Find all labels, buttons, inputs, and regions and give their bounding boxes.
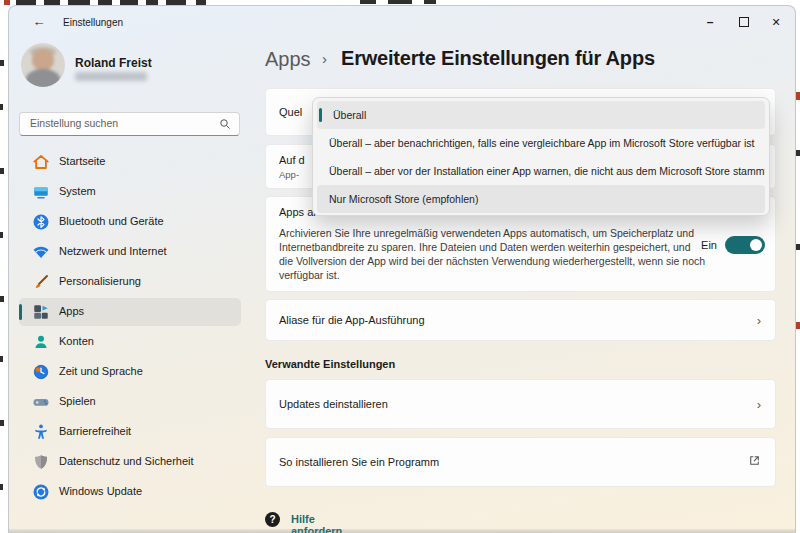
help-icon: ? (265, 512, 280, 527)
avatar[interactable] (21, 43, 65, 87)
archive-apps-toggle[interactable] (725, 236, 765, 254)
how-to-install-title: So installieren Sie ein Programm (279, 456, 439, 468)
profile-email-redacted (75, 72, 147, 81)
sidebar-item-windows-update[interactable]: Windows Update (19, 478, 241, 506)
toggle-state-label: Ein (701, 239, 717, 251)
breadcrumb-separator-icon: › (322, 50, 327, 67)
toggle-knob (750, 239, 762, 251)
search-placeholder: Einstellung suchen (30, 117, 118, 129)
sidebar-item-barrierefreiheit[interactable]: Barrierefreiheit (19, 418, 241, 446)
search-icon (219, 118, 231, 130)
share-devices-title: Auf d (279, 154, 305, 166)
selected-accent-bar (19, 304, 22, 320)
uninstall-updates-card[interactable]: Updates deinstallieren › (265, 379, 776, 429)
settings-window: ← Einstellungen – ✕ Roland Freist Einste… (8, 5, 796, 533)
annotation-highlight-box (294, 179, 492, 213)
chevron-right-icon: › (757, 397, 761, 412)
archive-apps-description: Archivieren Sie Ihre unregelmäßig verwen… (279, 227, 707, 283)
update-icon (32, 483, 50, 501)
back-button[interactable]: ← (27, 12, 51, 32)
apps-icon (32, 303, 50, 321)
close-button[interactable]: ✕ (759, 10, 793, 34)
sidebar-item-datenschutz[interactable]: Datenschutz und Sicherheit (19, 448, 241, 476)
sidebar-item-bluetooth[interactable]: Bluetooth und Geräte (19, 208, 241, 236)
home-icon (32, 153, 50, 171)
sidebar-item-spielen[interactable]: Spielen (19, 388, 241, 416)
external-link-icon (748, 454, 761, 467)
gamepad-icon (32, 393, 50, 411)
dropdown-option-ueberall-benachrichtigen[interactable]: Überall – aber benachrichtigen, falls ei… (317, 129, 765, 157)
sidebar-item-konten[interactable]: Konten (19, 328, 241, 356)
page-title: Erweiterte Einstellungen für Apps (341, 47, 655, 70)
sidebar-item-personalisierung[interactable]: Personalisierung (19, 268, 241, 296)
app-source-label: Quel (279, 106, 302, 118)
minimize-button[interactable]: – (693, 10, 727, 34)
selected-option-accent-bar (319, 108, 322, 122)
accessibility-icon (32, 423, 50, 441)
sidebar-item-startseite[interactable]: Startseite (19, 148, 241, 176)
sidebar-item-system[interactable]: System (19, 178, 241, 206)
system-icon (32, 183, 50, 201)
breadcrumb-root[interactable]: Apps (265, 48, 311, 71)
app-execution-aliases-title: Aliase für die App-Ausführung (279, 314, 425, 326)
profile-name: Roland Freist (75, 56, 152, 70)
maximize-button[interactable] (727, 10, 761, 34)
search-input[interactable]: Einstellung suchen (19, 112, 240, 136)
how-to-install-card[interactable]: So installieren Sie ein Programm (265, 437, 776, 487)
shield-icon (32, 453, 50, 471)
person-icon (32, 333, 50, 351)
window-title: Einstellungen (63, 17, 123, 28)
sidebar-item-netzwerk[interactable]: Netzwerk und Internet (19, 238, 241, 266)
related-settings-heading: Verwandte Einstellungen (265, 358, 395, 370)
sidebar-item-apps[interactable]: Apps (19, 298, 241, 326)
sidebar-item-zeit-sprache[interactable]: Zeit und Sprache (19, 358, 241, 386)
wifi-icon (32, 243, 50, 261)
clock-globe-icon (32, 363, 50, 381)
bluetooth-icon (32, 213, 50, 231)
brush-icon (32, 273, 50, 291)
chevron-right-icon: › (757, 313, 761, 328)
uninstall-updates-title: Updates deinstallieren (279, 398, 388, 410)
dropdown-option-ueberall[interactable]: Überall (317, 101, 765, 129)
window-bottom-edge (9, 529, 795, 533)
avatar-photo (21, 43, 65, 87)
maximize-icon (739, 17, 749, 27)
app-execution-aliases-card[interactable]: Aliase für die App-Ausführung › (265, 299, 776, 341)
